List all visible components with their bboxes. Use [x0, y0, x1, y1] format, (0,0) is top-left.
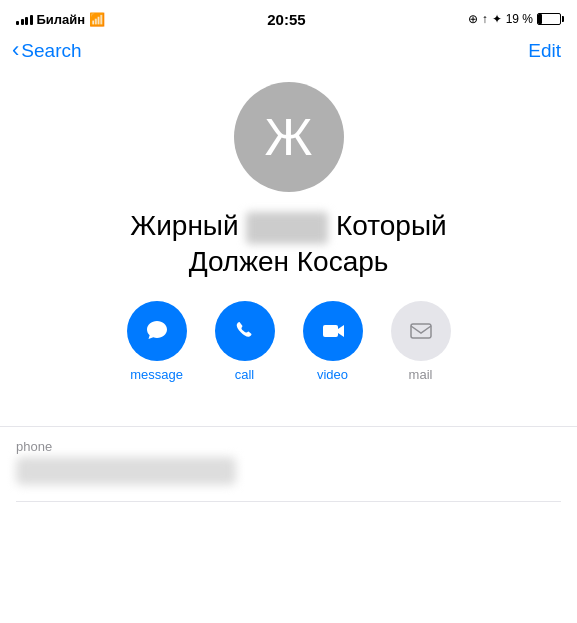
phone-row: phone — [16, 427, 561, 502]
status-left: Билайн 📶 — [16, 12, 105, 27]
chevron-left-icon: ‹ — [12, 39, 19, 61]
nav-bar: ‹ Search Edit — [0, 36, 577, 70]
message-label: message — [130, 367, 183, 382]
contact-name-part1: Жирный — [130, 210, 238, 241]
signal-bar-2 — [21, 19, 24, 25]
status-right: ⊕ ↑ ✦ 19 % — [468, 12, 561, 26]
svg-rect-0 — [323, 325, 338, 337]
action-buttons: message call video — [20, 301, 557, 382]
contact-section: Ж Жирный Который Должен Косарь message — [0, 70, 577, 426]
action-message: message — [127, 301, 187, 382]
bluetooth-icon: ✦ — [492, 12, 502, 26]
mail-button[interactable] — [391, 301, 451, 361]
signal-bar-3 — [25, 17, 28, 25]
status-time: 20:55 — [267, 11, 305, 28]
wifi-icon: 📶 — [89, 12, 105, 27]
back-button[interactable]: ‹ Search — [12, 40, 82, 62]
message-button[interactable] — [127, 301, 187, 361]
battery-icon — [537, 13, 561, 25]
carrier-name: Билайн — [37, 12, 86, 27]
phone-label: phone — [16, 439, 561, 454]
video-icon — [319, 317, 347, 345]
info-section: phone — [0, 426, 577, 502]
call-label: call — [235, 367, 255, 382]
gps-icon: ↑ — [482, 12, 488, 26]
call-button[interactable] — [215, 301, 275, 361]
video-button[interactable] — [303, 301, 363, 361]
signal-bar-4 — [30, 15, 33, 25]
signal-bars — [16, 13, 33, 25]
mail-icon — [407, 317, 435, 345]
signal-bar-1 — [16, 21, 19, 25]
battery-fill — [538, 14, 542, 24]
mail-label: mail — [409, 367, 433, 382]
video-label: video — [317, 367, 348, 382]
contact-name: Жирный Который Должен Косарь — [130, 208, 446, 279]
message-icon — [143, 317, 171, 345]
action-call: call — [215, 301, 275, 382]
contact-name-blurred — [246, 212, 328, 244]
action-video: video — [303, 301, 363, 382]
avatar-letter: Ж — [264, 111, 312, 163]
action-mail: mail — [391, 301, 451, 382]
call-icon — [231, 317, 259, 345]
back-label: Search — [21, 40, 81, 62]
avatar: Ж — [234, 82, 344, 192]
battery-tip — [562, 16, 564, 22]
contact-name-line2: Должен Косарь — [189, 246, 389, 277]
status-bar: Билайн 📶 20:55 ⊕ ↑ ✦ 19 % — [0, 0, 577, 36]
location-icon: ⊕ — [468, 12, 478, 26]
phone-value-blurred — [16, 457, 236, 485]
battery-percent: 19 % — [506, 12, 533, 26]
edit-button[interactable]: Edit — [528, 40, 561, 62]
contact-name-part2: Который — [336, 210, 447, 241]
svg-rect-1 — [411, 324, 431, 338]
